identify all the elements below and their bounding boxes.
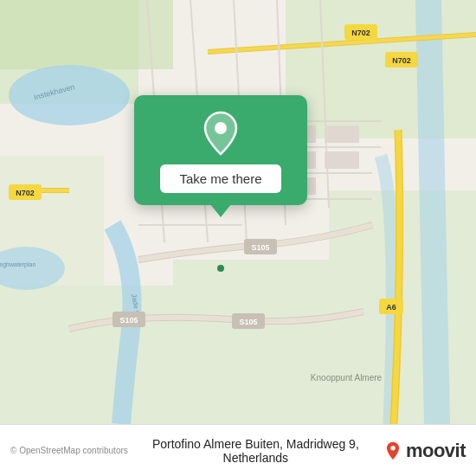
moovit-pin-icon	[383, 441, 402, 460]
popup-card: Take me there	[134, 95, 307, 205]
svg-text:S105: S105	[239, 318, 257, 326]
svg-text:N702: N702	[351, 29, 370, 37]
svg-rect-32	[325, 151, 359, 169]
map-svg: Instekhaven Jade vaart Zeghwaterplan	[0, 0, 476, 424]
svg-point-8	[9, 65, 130, 125]
moovit-logo: moovit	[383, 440, 466, 462]
svg-text:A6: A6	[386, 303, 396, 312]
svg-rect-4	[173, 260, 329, 424]
svg-point-54	[390, 446, 396, 451]
svg-point-53	[215, 122, 227, 134]
svg-text:S105: S105	[251, 243, 269, 252]
location-pin-icon	[201, 111, 241, 156]
svg-text:Knooppunt Almere: Knooppunt Almere	[311, 373, 383, 383]
svg-point-52	[217, 265, 224, 272]
svg-rect-27	[325, 125, 359, 143]
moovit-brand-text: moovit	[406, 440, 466, 462]
svg-text:S105: S105	[119, 316, 138, 325]
svg-text:N702: N702	[392, 56, 411, 65]
take-me-there-button[interactable]: Take me there	[160, 164, 280, 193]
location-name: Portofino Almere Buiten, Madridweg 9, Ne…	[135, 437, 376, 465]
svg-rect-3	[286, 0, 476, 138]
svg-rect-7	[0, 286, 173, 424]
map-container: Instekhaven Jade vaart Zeghwaterplan	[0, 0, 476, 424]
bottom-bar: © OpenStreetMap contributors Portofino A…	[0, 424, 476, 476]
svg-text:N702: N702	[16, 189, 35, 197]
copyright-text: © OpenStreetMap contributors	[10, 446, 128, 455]
svg-text:Zeghwaterplan: Zeghwaterplan	[0, 261, 35, 268]
